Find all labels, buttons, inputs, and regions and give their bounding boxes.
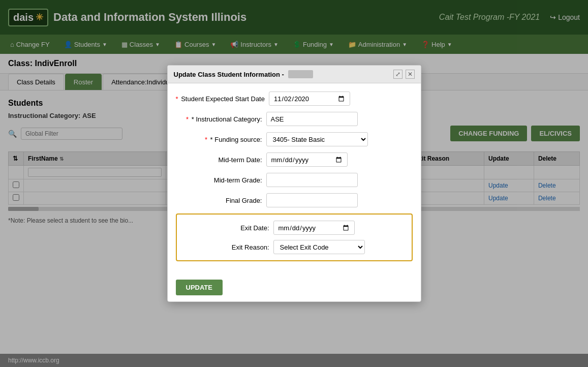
final-grade-row: Final Grade: xyxy=(176,193,413,207)
exit-date-input[interactable] xyxy=(273,221,355,235)
midterm-date-input[interactable] xyxy=(266,152,348,167)
midterm-grade-input[interactable] xyxy=(266,173,358,187)
required-indicator: * xyxy=(205,136,207,143)
midterm-grade-row: Mid-term Grade: xyxy=(176,173,413,187)
exit-section: Exit Date: Exit Reason: Select Exit Code… xyxy=(176,213,413,261)
modal-controls: ⤢ ✕ xyxy=(393,70,415,79)
exit-date-label: Exit Date: xyxy=(183,224,269,232)
exit-reason-row: Exit Reason: Select Exit Code Option 1 O… xyxy=(183,240,406,254)
instructional-category-input[interactable] xyxy=(266,112,358,126)
funding-source-select[interactable]: 3405- State Basic Other Option xyxy=(266,132,368,146)
funding-source-label: * * Funding source: xyxy=(176,136,262,143)
modal-header-left: Update Class Student Information - xyxy=(174,70,314,78)
final-grade-input[interactable] xyxy=(266,193,358,207)
modal-close-button[interactable]: ✕ xyxy=(406,70,415,79)
modal-body: * Student Expected Start Date * * Instru… xyxy=(168,83,421,273)
midterm-date-row: Mid-term Date: xyxy=(176,152,413,167)
update-modal: Update Class Student Information - ⤢ ✕ *… xyxy=(167,65,421,302)
update-button[interactable]: UPDATE xyxy=(176,280,223,295)
instructional-category-form-label: * * Instructional Category: xyxy=(176,115,262,123)
midterm-grade-label: Mid-term Grade: xyxy=(176,176,262,184)
modal-header: Update Class Student Information - ⤢ ✕ xyxy=(168,66,421,83)
modal-title: Update Class Student Information - xyxy=(174,71,284,78)
modal-maximize-button[interactable]: ⤢ xyxy=(393,70,403,79)
exit-date-row: Exit Date: xyxy=(183,221,406,235)
start-date-label: * Student Expected Start Date xyxy=(176,95,265,103)
exit-reason-label: Exit Reason: xyxy=(183,243,269,251)
required-indicator: * xyxy=(176,95,178,103)
midterm-date-label: Mid-term Date: xyxy=(176,156,262,164)
modal-footer: UPDATE xyxy=(168,273,421,301)
instructional-category-row: * * Instructional Category: xyxy=(176,112,413,126)
exit-reason-select[interactable]: Select Exit Code Option 1 Option 2 xyxy=(273,240,365,254)
modal-id-badge xyxy=(288,70,313,78)
start-date-row: * Student Expected Start Date xyxy=(176,91,413,106)
funding-source-row: * * Funding source: 3405- State Basic Ot… xyxy=(176,132,413,146)
required-indicator: * xyxy=(186,115,189,123)
final-grade-label: Final Grade: xyxy=(176,197,262,204)
modal-overlay: Update Class Student Information - ⤢ ✕ *… xyxy=(0,0,588,367)
start-date-input[interactable] xyxy=(269,91,350,106)
